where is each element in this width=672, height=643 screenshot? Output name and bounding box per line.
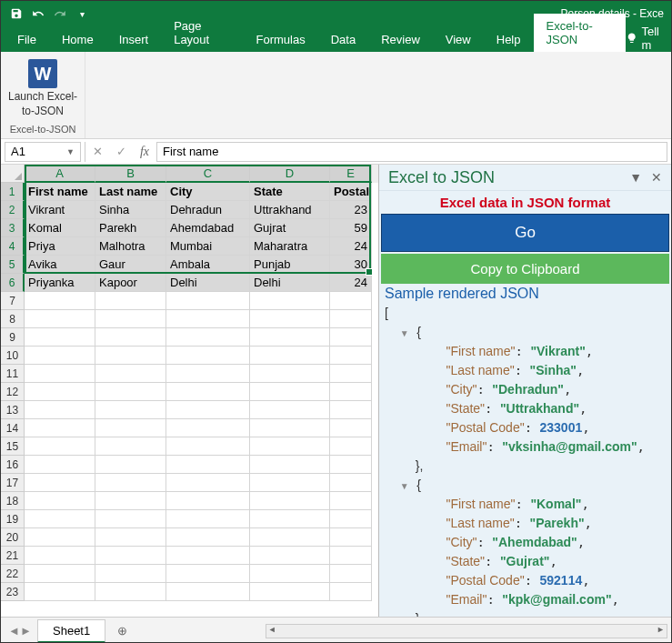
cell[interactable]: Last name [95,183,166,201]
cell[interactable] [166,492,250,510]
cell[interactable] [95,510,166,528]
tab-excel-to-json[interactable]: Excel-to-JSON [534,14,626,52]
cell[interactable] [250,510,330,528]
row-header[interactable]: 2 [1,201,25,219]
cell[interactable]: Malhotra [95,237,166,256]
cell[interactable]: 23 [330,201,372,219]
cell[interactable] [25,328,95,347]
cell[interactable] [330,492,372,510]
cell[interactable] [25,510,95,528]
row-header[interactable]: 20 [1,528,25,547]
row-header[interactable]: 16 [1,456,25,474]
row-header[interactable]: 14 [1,419,25,437]
cell[interactable] [95,583,166,601]
cell[interactable] [166,365,250,383]
fx-icon[interactable]: fx [133,142,156,162]
cell[interactable] [330,437,372,456]
sheet-tab-active[interactable]: Sheet1 [37,619,105,643]
cell[interactable]: Delhi [250,274,330,292]
cell[interactable]: Parekh [95,219,166,237]
row-header[interactable]: 22 [1,565,25,583]
cell[interactable] [330,292,372,310]
cell[interactable]: Komal [25,219,95,237]
cell[interactable]: Avika [25,256,95,274]
cell[interactable] [95,383,166,401]
horizontal-scrollbar[interactable] [266,624,667,638]
cell[interactable] [95,528,166,547]
cell[interactable] [250,583,330,601]
row-header[interactable]: 17 [1,474,25,492]
cell[interactable]: Delhi [166,274,250,292]
cell[interactable] [25,456,95,474]
cell[interactable] [166,292,250,310]
cell[interactable]: State [250,183,330,201]
go-button[interactable]: Go [381,214,669,252]
cell[interactable]: Gujrat [250,219,330,237]
cell[interactable] [25,310,95,328]
cell[interactable]: Uttrakhand [250,201,330,219]
save-icon[interactable] [6,4,26,24]
cell[interactable] [166,310,250,328]
tab-insert[interactable]: Insert [106,27,162,52]
row-header[interactable]: 18 [1,492,25,510]
cell[interactable] [166,528,250,547]
cell[interactable] [166,419,250,437]
cell[interactable] [250,547,330,565]
cell[interactable] [330,456,372,474]
cell[interactable] [330,565,372,583]
tab-formulas[interactable]: Formulas [244,27,318,52]
tab-review[interactable]: Review [368,27,433,52]
chevron-down-icon[interactable]: ▼ [66,147,75,156]
cell[interactable]: 24 [330,274,372,292]
cell[interactable] [95,419,166,437]
column-header[interactable]: B [95,165,166,183]
cell[interactable]: Kapoor [95,274,166,292]
cell[interactable] [250,419,330,437]
tab-data[interactable]: Data [318,27,368,52]
cell[interactable] [330,310,372,328]
cell[interactable] [25,474,95,492]
row-header[interactable]: 1 [1,183,25,201]
cell[interactable] [25,437,95,456]
cell[interactable] [330,419,372,437]
row-header[interactable]: 9 [1,328,25,347]
cell[interactable] [250,328,330,347]
cell[interactable] [250,528,330,547]
cell[interactable] [25,383,95,401]
cell[interactable]: Mumbai [166,237,250,256]
cell[interactable] [25,565,95,583]
column-header[interactable]: D [250,165,330,183]
tab-page-layout[interactable]: Page Layout [161,14,243,52]
tell-me[interactable]: Tell m [626,25,671,52]
cell[interactable] [95,437,166,456]
cell[interactable] [25,547,95,565]
row-header[interactable]: 23 [1,583,25,601]
cell[interactable]: 59 [330,219,372,237]
cell[interactable]: Punjab [250,256,330,274]
sheet-nav[interactable]: ◄► [1,624,37,638]
cell[interactable] [166,437,250,456]
row-header[interactable]: 12 [1,383,25,401]
tab-home[interactable]: Home [49,27,106,52]
cell[interactable]: Sinha [95,201,166,219]
accept-formula-icon[interactable]: ✓ [109,142,133,162]
row-header[interactable]: 3 [1,219,25,237]
cell[interactable]: 24 [330,237,372,256]
cell[interactable] [25,419,95,437]
row-header[interactable]: 15 [1,437,25,456]
cell[interactable] [166,347,250,365]
cell[interactable] [250,474,330,492]
cell[interactable] [166,474,250,492]
cell[interactable] [330,547,372,565]
cell[interactable] [95,365,166,383]
cell[interactable] [330,383,372,401]
cell[interactable] [95,547,166,565]
copy-to-clipboard-button[interactable]: Copy to Clipboard [381,254,669,284]
cell[interactable] [166,547,250,565]
cell[interactable] [25,492,95,510]
undo-icon[interactable] [28,4,48,24]
cell[interactable] [250,310,330,328]
cell[interactable]: 30 [330,256,372,274]
formula-input[interactable]: First name [156,142,667,162]
cell[interactable] [330,474,372,492]
